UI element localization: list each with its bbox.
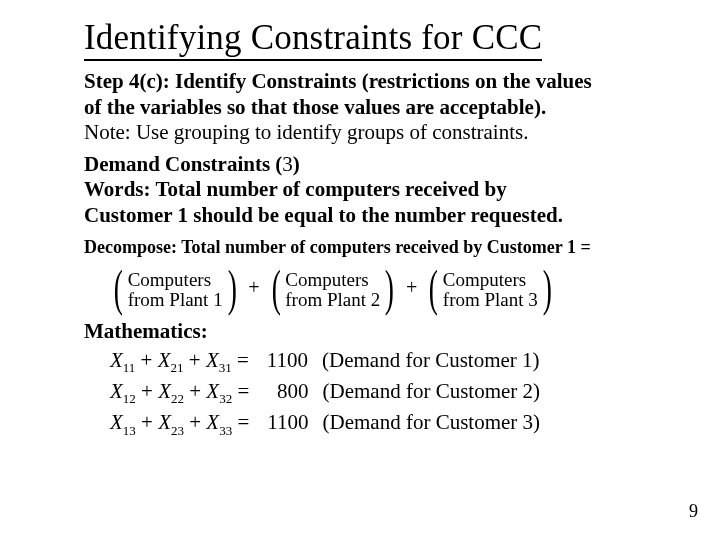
term-3-l1: Computers (443, 270, 538, 290)
term-1-l1: Computers (128, 270, 223, 290)
mathematics-label: Mathematics: (84, 319, 650, 344)
eq1-label: (Demand for Customer 1) (308, 348, 540, 372)
note-line: Note: Use grouping to identify groups of… (84, 120, 528, 144)
step-paragraph: Step 4(c): Identify Constraints (restric… (84, 69, 650, 146)
step-line-1b: of the variables so that those values ar… (84, 95, 546, 119)
step-line-1a: Step 4(c): Identify Constraints (restric… (84, 69, 592, 93)
right-paren-icon: ) (227, 263, 236, 313)
term-2: ( Computers from Plant 2 ) (268, 265, 398, 315)
eq3-label: (Demand for Customer 3) (309, 410, 541, 434)
term-1: ( Computers from Plant 1 ) (110, 265, 240, 315)
eq2-rhs: 800 (255, 377, 309, 406)
page-number: 9 (689, 501, 698, 522)
equation-3: X13 + X23 + X33 = 1100(Demand for Custom… (110, 408, 650, 439)
demand-count: 3 (282, 152, 293, 176)
term-1-l2: from Plant 1 (128, 290, 223, 310)
term-2-l1: Computers (285, 270, 380, 290)
left-paren-icon: ( (114, 263, 123, 313)
demand-heading-a: Demand Constraints ( (84, 152, 282, 176)
eq3-rhs: 1100 (255, 408, 309, 437)
decompose-line: Decompose: Total number of computers rec… (84, 237, 650, 259)
words-line-1: Words: Total number of computers receive… (84, 177, 507, 201)
eq1-rhs: 1100 (254, 346, 308, 375)
term-2-l2: from Plant 2 (285, 290, 380, 310)
slide: Identifying Constraints for CCC Step 4(c… (0, 0, 720, 440)
equation-1: X11 + X21 + X31 = 1100(Demand for Custom… (110, 346, 650, 377)
slide-title: Identifying Constraints for CCC (84, 18, 542, 61)
term-3: ( Computers from Plant 3 ) (425, 265, 555, 315)
equation-2: X12 + X22 + X32 = 800(Demand for Custome… (110, 377, 650, 408)
demand-paragraph: Demand Constraints (3) Words: Total numb… (84, 152, 650, 229)
decompose-expression: ( Computers from Plant 1 ) + ( Computers… (84, 265, 650, 315)
plus-icon: + (404, 276, 419, 299)
words-line-2: Customer 1 should be equal to the number… (84, 203, 563, 227)
right-paren-icon: ) (543, 263, 552, 313)
plus-icon: + (246, 276, 261, 299)
left-paren-icon: ( (271, 263, 280, 313)
term-3-l2: from Plant 3 (443, 290, 538, 310)
demand-heading-b: ) (293, 152, 300, 176)
left-paren-icon: ( (429, 263, 438, 313)
equations: X11 + X21 + X31 = 1100(Demand for Custom… (84, 346, 650, 440)
eq2-label: (Demand for Customer 2) (309, 379, 541, 403)
right-paren-icon: ) (385, 263, 394, 313)
